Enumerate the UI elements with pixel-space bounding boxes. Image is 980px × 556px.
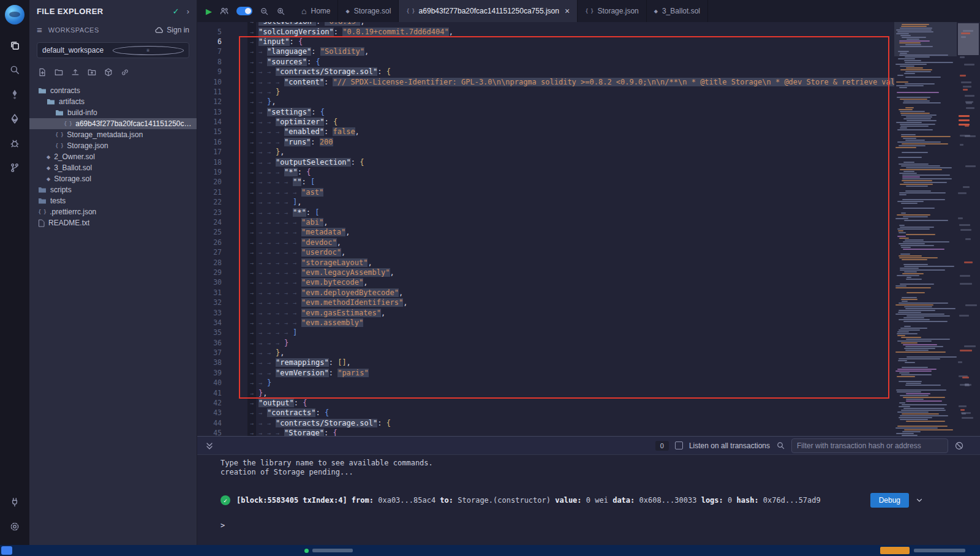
sol-icon: ◆ xyxy=(47,176,50,182)
tree-item-build-info[interactable]: build-info xyxy=(29,107,197,118)
tree-item-artifacts[interactable]: artifacts xyxy=(29,96,197,107)
upload-folder-icon[interactable] xyxy=(88,68,96,79)
code-line: 40→→} xyxy=(197,378,907,388)
code-line: 45→→→→"Storage": { xyxy=(197,428,907,436)
line-number: 25 xyxy=(197,228,235,236)
tree-item-3-ballot-sol[interactable]: ◆3_Ballot.sol xyxy=(29,162,197,173)
tree-item-scripts[interactable]: scripts xyxy=(29,184,197,195)
line-number: 17 xyxy=(197,148,235,156)
terminal-output[interactable]: Type the library name to see available c… xyxy=(197,455,980,545)
line-number: 40 xyxy=(197,378,235,387)
line-number: 23 xyxy=(197,208,235,217)
line-number: 32 xyxy=(197,298,235,307)
new-folder-icon[interactable] xyxy=(55,68,63,79)
terminal-line: Type the library name to see available c… xyxy=(221,459,980,468)
workspace-menu-icon[interactable]: ≡ xyxy=(37,24,42,35)
workspace-select[interactable]: default_workspace ≡ xyxy=(37,42,189,58)
zoom-out-icon[interactable] xyxy=(260,7,269,16)
tx-expand-icon[interactable] xyxy=(915,496,924,505)
terminal-search-icon[interactable] xyxy=(776,441,785,450)
toggle-switch[interactable] xyxy=(236,7,252,15)
tree-item-label: Storage.json xyxy=(67,141,108,150)
tree-item-label: contracts xyxy=(50,86,80,95)
confirm-check-icon[interactable]: ✓ xyxy=(173,7,179,16)
close-tab-icon[interactable]: × xyxy=(565,6,570,16)
solidity-compiler-icon[interactable] xyxy=(0,82,29,107)
chevron-right-icon[interactable]: › xyxy=(187,7,189,16)
publish-link-icon[interactable] xyxy=(121,68,129,79)
run-script-icon[interactable]: ▶ xyxy=(206,7,212,16)
tab-label: a69b43f277ba20fcac141151250ca755.json xyxy=(419,7,559,15)
tree-item-a69b43f277ba20fcac141151250ca7-[interactable]: { }a69b43f277ba20fcac141151250ca7... xyxy=(29,118,197,129)
folder-open-icon xyxy=(55,109,64,116)
line-number: 26 xyxy=(197,238,235,247)
workspace-options-icon[interactable]: ≡ xyxy=(113,46,184,55)
tree-item-tests[interactable]: tests xyxy=(29,195,197,206)
deploy-and-run-icon[interactable] xyxy=(0,107,29,131)
code-line: 34→→→→→→"evm.assembly" xyxy=(197,318,907,328)
debugger-icon[interactable] xyxy=(0,131,29,156)
accounts-icon[interactable] xyxy=(219,7,229,15)
tree-item-storage-sol[interactable]: ◆Storage.sol xyxy=(29,173,197,184)
tab-a69b43f277ba20fcac141151250ca755-json[interactable]: { }a69b43f277ba20fcac141151250ca755.json… xyxy=(399,0,578,22)
line-number: 44 xyxy=(197,419,235,427)
upload-file-icon[interactable] xyxy=(71,68,80,79)
line-number: 21 xyxy=(197,188,235,197)
zoom-in-icon[interactable] xyxy=(276,7,285,16)
tree-item-readme-txt[interactable]: README.txt xyxy=(29,217,197,228)
code-line: 19→→→→"*": { xyxy=(197,167,907,177)
tree-item-storage-metadata-json[interactable]: { }Storage_metadata.json xyxy=(29,129,197,140)
terminal-collapse-icon[interactable] xyxy=(205,441,214,450)
clear-console-icon[interactable] xyxy=(954,441,964,451)
listen-all-checkbox[interactable] xyxy=(675,441,683,449)
tab-home[interactable]: ⌂Home xyxy=(294,0,338,22)
settings-icon[interactable] xyxy=(0,514,29,539)
main-area: ▶ ⌂Home◆Storage.sol{ }a69b43f277ba20fcac… xyxy=(197,0,980,545)
tree-item-2-owner-sol[interactable]: ◆2_Owner.sol xyxy=(29,151,197,162)
tab-storage-sol[interactable]: ◆Storage.sol xyxy=(338,0,399,22)
tab-label: Home xyxy=(311,7,330,15)
code-line: 32→→→→→→"evm.methodIdentifiers", xyxy=(197,298,907,307)
line-number: 34 xyxy=(197,318,235,327)
plugin-manager-icon[interactable] xyxy=(0,490,29,514)
code-line: 35→→→→→] xyxy=(197,328,907,337)
file-explorer-icon[interactable] xyxy=(0,33,29,58)
terminal-prompt[interactable]: > xyxy=(221,521,980,530)
sign-in-button[interactable]: Sign in xyxy=(154,26,189,34)
json-icon: { } xyxy=(585,8,593,14)
tab-3-ballot-sol[interactable]: ◆3_Ballot.sol xyxy=(647,0,708,22)
tree-item-label: build-info xyxy=(67,108,97,117)
tree-item-contracts[interactable]: contracts xyxy=(29,85,197,96)
line-number: 36 xyxy=(197,339,235,347)
code-line: 43→→"contracts": { xyxy=(197,408,907,418)
status-text-placeholder xyxy=(312,549,353,552)
code-lines: →"solcVersion": "0.8.19",5→"solcLongVers… xyxy=(197,22,907,436)
overview-ruler xyxy=(957,22,980,436)
code-line: 18→→→"outputSelection": { xyxy=(197,157,907,167)
tree-item-label: README.txt xyxy=(48,219,89,227)
line-number: 39 xyxy=(197,369,235,377)
new-file-icon[interactable] xyxy=(38,68,47,79)
tree-item-label: 2_Owner.sol xyxy=(54,152,95,161)
scrollbar-thumb[interactable] xyxy=(958,23,979,55)
tree-item--prettierrc-json[interactable]: { }.prettierrc.json xyxy=(29,206,197,217)
transaction-filter-input[interactable] xyxy=(791,438,948,453)
terminal-panel: 0 Listen on all transactions Type the li… xyxy=(197,436,980,545)
code-line: 38→→→"remappings": [], xyxy=(197,358,907,367)
tree-item-storage-json[interactable]: { }Storage.json xyxy=(29,140,197,151)
remix-logo-icon[interactable] xyxy=(5,5,24,24)
minimap[interactable] xyxy=(894,22,957,436)
debug-button[interactable]: Debug xyxy=(870,493,909,508)
git-icon[interactable] xyxy=(0,156,29,180)
cloud-icon xyxy=(156,28,162,32)
tree-item-label: scripts xyxy=(50,186,72,194)
sol-icon: ◆ xyxy=(47,154,50,160)
ipfs-box-icon[interactable] xyxy=(104,68,113,79)
tab-label: 3_Ballot.sol xyxy=(662,7,700,15)
code-line: 41→}, xyxy=(197,388,907,397)
tab-storage-json[interactable]: { }Storage.json xyxy=(578,0,647,22)
code-line: 29→→→→→→"evm.legacyAssembly", xyxy=(197,268,907,277)
code-line: 7→→"language": "Solidity", xyxy=(197,47,907,56)
code-editor[interactable]: →"solcVersion": "0.8.19",5→"solcLongVers… xyxy=(197,22,980,436)
search-icon[interactable] xyxy=(0,58,29,82)
